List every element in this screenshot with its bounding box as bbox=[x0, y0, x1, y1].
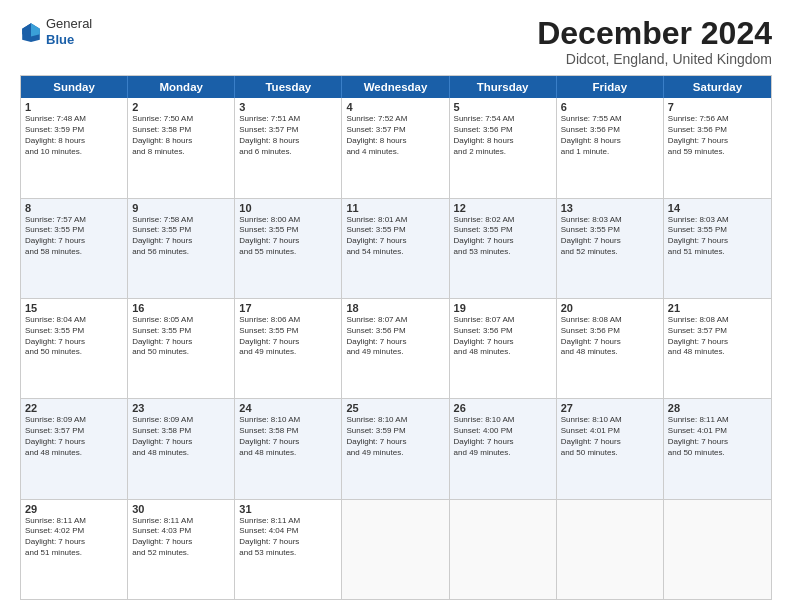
header-cell-monday: Monday bbox=[128, 76, 235, 98]
day-cell-10: 10Sunrise: 8:00 AMSunset: 3:55 PMDayligh… bbox=[235, 199, 342, 298]
header-cell-wednesday: Wednesday bbox=[342, 76, 449, 98]
cell-content: Sunrise: 7:54 AMSunset: 3:56 PMDaylight:… bbox=[454, 114, 552, 157]
day-cell-30: 30Sunrise: 8:11 AMSunset: 4:03 PMDayligh… bbox=[128, 500, 235, 599]
day-number: 27 bbox=[561, 402, 659, 414]
cell-content: Sunrise: 8:11 AMSunset: 4:04 PMDaylight:… bbox=[239, 516, 337, 559]
day-number: 31 bbox=[239, 503, 337, 515]
day-cell-11: 11Sunrise: 8:01 AMSunset: 3:55 PMDayligh… bbox=[342, 199, 449, 298]
day-number: 26 bbox=[454, 402, 552, 414]
day-number: 9 bbox=[132, 202, 230, 214]
day-number: 5 bbox=[454, 101, 552, 113]
day-cell-31: 31Sunrise: 8:11 AMSunset: 4:04 PMDayligh… bbox=[235, 500, 342, 599]
header-cell-friday: Friday bbox=[557, 76, 664, 98]
day-number: 14 bbox=[668, 202, 767, 214]
header-cell-sunday: Sunday bbox=[21, 76, 128, 98]
month-title: December 2024 bbox=[537, 16, 772, 51]
day-cell-1: 1Sunrise: 7:48 AMSunset: 3:59 PMDaylight… bbox=[21, 98, 128, 197]
day-cell-27: 27Sunrise: 8:10 AMSunset: 4:01 PMDayligh… bbox=[557, 399, 664, 498]
cell-content: Sunrise: 8:10 AMSunset: 3:58 PMDaylight:… bbox=[239, 415, 337, 458]
day-number: 17 bbox=[239, 302, 337, 314]
day-cell-26: 26Sunrise: 8:10 AMSunset: 4:00 PMDayligh… bbox=[450, 399, 557, 498]
svg-marker-1 bbox=[31, 23, 40, 36]
day-cell-29: 29Sunrise: 8:11 AMSunset: 4:02 PMDayligh… bbox=[21, 500, 128, 599]
cell-content: Sunrise: 7:51 AMSunset: 3:57 PMDaylight:… bbox=[239, 114, 337, 157]
day-cell-5: 5Sunrise: 7:54 AMSunset: 3:56 PMDaylight… bbox=[450, 98, 557, 197]
day-number: 1 bbox=[25, 101, 123, 113]
day-number: 3 bbox=[239, 101, 337, 113]
cell-content: Sunrise: 8:02 AMSunset: 3:55 PMDaylight:… bbox=[454, 215, 552, 258]
cell-content: Sunrise: 8:10 AMSunset: 3:59 PMDaylight:… bbox=[346, 415, 444, 458]
day-number: 8 bbox=[25, 202, 123, 214]
empty-cell bbox=[664, 500, 771, 599]
day-number: 7 bbox=[668, 101, 767, 113]
cell-content: Sunrise: 8:09 AMSunset: 3:58 PMDaylight:… bbox=[132, 415, 230, 458]
cell-content: Sunrise: 8:10 AMSunset: 4:00 PMDaylight:… bbox=[454, 415, 552, 458]
day-cell-8: 8Sunrise: 7:57 AMSunset: 3:55 PMDaylight… bbox=[21, 199, 128, 298]
cell-content: Sunrise: 8:06 AMSunset: 3:55 PMDaylight:… bbox=[239, 315, 337, 358]
day-cell-13: 13Sunrise: 8:03 AMSunset: 3:55 PMDayligh… bbox=[557, 199, 664, 298]
header-cell-tuesday: Tuesday bbox=[235, 76, 342, 98]
day-number: 30 bbox=[132, 503, 230, 515]
cell-content: Sunrise: 8:08 AMSunset: 3:56 PMDaylight:… bbox=[561, 315, 659, 358]
cell-content: Sunrise: 7:57 AMSunset: 3:55 PMDaylight:… bbox=[25, 215, 123, 258]
day-number: 21 bbox=[668, 302, 767, 314]
day-number: 25 bbox=[346, 402, 444, 414]
cell-content: Sunrise: 8:11 AMSunset: 4:03 PMDaylight:… bbox=[132, 516, 230, 559]
day-cell-18: 18Sunrise: 8:07 AMSunset: 3:56 PMDayligh… bbox=[342, 299, 449, 398]
day-number: 29 bbox=[25, 503, 123, 515]
empty-cell bbox=[557, 500, 664, 599]
day-cell-20: 20Sunrise: 8:08 AMSunset: 3:56 PMDayligh… bbox=[557, 299, 664, 398]
day-number: 23 bbox=[132, 402, 230, 414]
svg-marker-2 bbox=[22, 23, 31, 36]
day-number: 22 bbox=[25, 402, 123, 414]
day-number: 16 bbox=[132, 302, 230, 314]
cell-content: Sunrise: 7:58 AMSunset: 3:55 PMDaylight:… bbox=[132, 215, 230, 258]
day-number: 12 bbox=[454, 202, 552, 214]
day-cell-3: 3Sunrise: 7:51 AMSunset: 3:57 PMDaylight… bbox=[235, 98, 342, 197]
day-cell-2: 2Sunrise: 7:50 AMSunset: 3:58 PMDaylight… bbox=[128, 98, 235, 197]
cell-content: Sunrise: 8:01 AMSunset: 3:55 PMDaylight:… bbox=[346, 215, 444, 258]
cell-content: Sunrise: 8:11 AMSunset: 4:01 PMDaylight:… bbox=[668, 415, 767, 458]
cell-content: Sunrise: 8:00 AMSunset: 3:55 PMDaylight:… bbox=[239, 215, 337, 258]
logo-icon bbox=[20, 21, 42, 43]
subtitle: Didcot, England, United Kingdom bbox=[537, 51, 772, 67]
cell-content: Sunrise: 8:09 AMSunset: 3:57 PMDaylight:… bbox=[25, 415, 123, 458]
day-cell-7: 7Sunrise: 7:56 AMSunset: 3:56 PMDaylight… bbox=[664, 98, 771, 197]
day-number: 4 bbox=[346, 101, 444, 113]
page: General Blue December 2024 Didcot, Engla… bbox=[0, 0, 792, 612]
day-cell-19: 19Sunrise: 8:07 AMSunset: 3:56 PMDayligh… bbox=[450, 299, 557, 398]
day-number: 11 bbox=[346, 202, 444, 214]
day-cell-4: 4Sunrise: 7:52 AMSunset: 3:57 PMDaylight… bbox=[342, 98, 449, 197]
cell-content: Sunrise: 8:05 AMSunset: 3:55 PMDaylight:… bbox=[132, 315, 230, 358]
empty-cell bbox=[450, 500, 557, 599]
logo: General Blue bbox=[20, 16, 92, 47]
day-cell-21: 21Sunrise: 8:08 AMSunset: 3:57 PMDayligh… bbox=[664, 299, 771, 398]
day-number: 24 bbox=[239, 402, 337, 414]
day-number: 10 bbox=[239, 202, 337, 214]
cell-content: Sunrise: 7:50 AMSunset: 3:58 PMDaylight:… bbox=[132, 114, 230, 157]
cell-content: Sunrise: 8:03 AMSunset: 3:55 PMDaylight:… bbox=[561, 215, 659, 258]
cell-content: Sunrise: 8:11 AMSunset: 4:02 PMDaylight:… bbox=[25, 516, 123, 559]
day-cell-12: 12Sunrise: 8:02 AMSunset: 3:55 PMDayligh… bbox=[450, 199, 557, 298]
day-number: 13 bbox=[561, 202, 659, 214]
day-number: 20 bbox=[561, 302, 659, 314]
day-cell-17: 17Sunrise: 8:06 AMSunset: 3:55 PMDayligh… bbox=[235, 299, 342, 398]
cell-content: Sunrise: 8:07 AMSunset: 3:56 PMDaylight:… bbox=[346, 315, 444, 358]
day-cell-24: 24Sunrise: 8:10 AMSunset: 3:58 PMDayligh… bbox=[235, 399, 342, 498]
cell-content: Sunrise: 7:48 AMSunset: 3:59 PMDaylight:… bbox=[25, 114, 123, 157]
cell-content: Sunrise: 8:04 AMSunset: 3:55 PMDaylight:… bbox=[25, 315, 123, 358]
calendar-row-3: 15Sunrise: 8:04 AMSunset: 3:55 PMDayligh… bbox=[21, 298, 771, 398]
title-block: December 2024 Didcot, England, United Ki… bbox=[537, 16, 772, 67]
day-number: 28 bbox=[668, 402, 767, 414]
calendar-row-1: 1Sunrise: 7:48 AMSunset: 3:59 PMDaylight… bbox=[21, 98, 771, 197]
day-cell-16: 16Sunrise: 8:05 AMSunset: 3:55 PMDayligh… bbox=[128, 299, 235, 398]
day-cell-9: 9Sunrise: 7:58 AMSunset: 3:55 PMDaylight… bbox=[128, 199, 235, 298]
empty-cell bbox=[342, 500, 449, 599]
calendar-body: 1Sunrise: 7:48 AMSunset: 3:59 PMDaylight… bbox=[21, 98, 771, 599]
cell-content: Sunrise: 7:56 AMSunset: 3:56 PMDaylight:… bbox=[668, 114, 767, 157]
day-cell-15: 15Sunrise: 8:04 AMSunset: 3:55 PMDayligh… bbox=[21, 299, 128, 398]
cell-content: Sunrise: 8:10 AMSunset: 4:01 PMDaylight:… bbox=[561, 415, 659, 458]
cell-content: Sunrise: 8:03 AMSunset: 3:55 PMDaylight:… bbox=[668, 215, 767, 258]
day-number: 15 bbox=[25, 302, 123, 314]
calendar-row-2: 8Sunrise: 7:57 AMSunset: 3:55 PMDaylight… bbox=[21, 198, 771, 298]
